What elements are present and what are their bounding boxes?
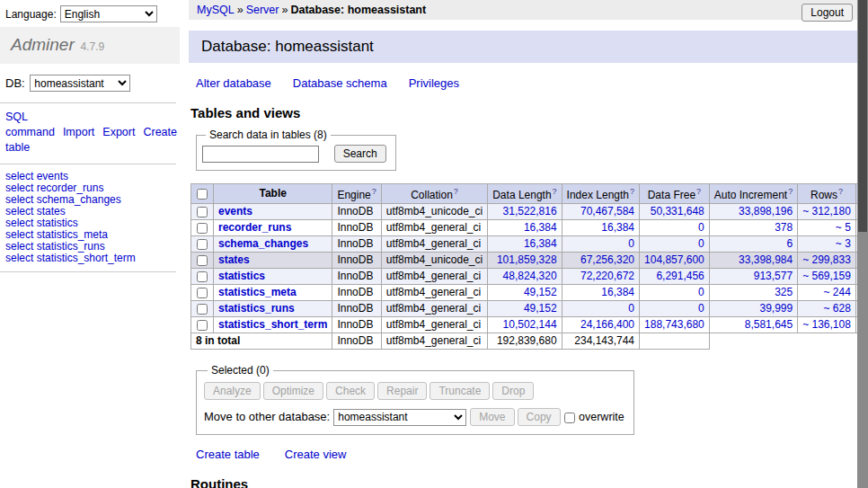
engine-help-link[interactable]: ? [372,187,376,196]
rows-count-link[interactable]: ~ 569,159 [802,270,851,282]
overwrite-checkbox[interactable] [564,413,575,423]
row-checkbox[interactable] [197,271,208,282]
data-free-link[interactable]: 0 [698,286,704,298]
table-name-link[interactable]: events [218,205,252,217]
index-length-link[interactable]: 16,384 [601,221,634,234]
sidebar-select-statistics-meta[interactable]: select statistics_meta [5,228,108,241]
table-name-link[interactable]: states [218,253,250,266]
data-length-link[interactable]: 10,502,144 [503,318,557,331]
rows-count-link[interactable]: ~ 3 [836,237,851,250]
rows-count-link[interactable]: ~ 299,833 [802,253,851,266]
index-length-link[interactable]: 67,256,320 [580,253,634,266]
auto-increment-link[interactable]: 378 [775,221,793,234]
auto-increment-help-link[interactable]: ? [788,187,793,196]
data-free-help-link[interactable]: ? [696,187,701,196]
row-checkbox[interactable] [197,207,208,217]
sidebar-select-statistics[interactable]: select statistics [5,217,78,229]
auto-increment-link[interactable]: 325 [775,286,793,298]
create-view-link[interactable]: Create view [285,448,347,461]
sidebar-select-schema-changes[interactable]: select schema_changes [5,193,121,206]
export-link[interactable]: Export [102,126,135,138]
index-length-link[interactable]: 16,384 [601,286,634,298]
sidebar-select-statistics-short-term[interactable]: select statistics_short_term [5,252,136,264]
breadcrumb-mysql-link[interactable]: MySQL [197,4,235,16]
search-input[interactable] [202,146,319,163]
breadcrumb-server-link[interactable]: Server [246,4,279,16]
privileges-link[interactable]: Privileges [409,76,459,90]
index-length-help-link[interactable]: ? [630,187,634,196]
scrollbar-thumb[interactable] [858,0,867,232]
alter-database-link[interactable]: Alter database [196,76,271,90]
table-name-link[interactable]: schema_changes [218,237,308,250]
data-length-help-link[interactable]: ? [553,187,557,196]
rows-help-link[interactable]: ? [838,187,843,196]
data-free-link[interactable]: 0 [698,237,704,250]
optimize-button[interactable]: Optimize [263,382,323,400]
db-select[interactable]: homeassistant [30,75,130,92]
sidebar-select-events[interactable]: select events [5,170,68,182]
row-checkbox[interactable] [197,255,208,266]
row-checkbox[interactable] [197,288,208,298]
index-length-link[interactable]: 0 [628,237,634,250]
data-free-link[interactable]: 0 [698,221,704,234]
data-length-link[interactable]: 49,152 [524,286,557,298]
table-name-link[interactable]: statistics_meta [218,286,297,298]
data-length-link[interactable]: 48,824,320 [503,270,557,282]
vertical-scrollbar[interactable] [857,0,868,488]
auto-increment-link[interactable]: 8,581,645 [745,318,793,331]
database-schema-link[interactable]: Database schema [293,76,387,90]
data-length-link[interactable]: 31,522,816 [503,205,557,217]
auto-increment-link[interactable]: 33,398,984 [739,253,793,266]
repair-button[interactable]: Repair [377,382,427,400]
index-length-link[interactable]: 0 [628,302,634,315]
rows-count-link[interactable]: ~ 312,180 [802,205,851,217]
data-free-link[interactable]: 104,857,600 [644,253,704,266]
data-free-link[interactable]: 0 [698,302,704,315]
table-name-link[interactable]: statistics_short_term [218,318,327,331]
import-link[interactable]: Import [63,126,94,138]
collation-help-link[interactable]: ? [454,187,458,196]
table-name-link[interactable]: statistics [218,270,265,282]
rows-count-link[interactable]: ~ 5 [836,221,851,234]
auto-increment-link[interactable]: 6 [786,237,793,250]
data-free-link[interactable]: 188,743,680 [644,318,704,331]
index-length-link[interactable]: 70,467,584 [580,205,634,217]
logout-button[interactable]: Logout [802,4,853,22]
data-length-link[interactable]: 16,384 [524,221,557,234]
move-database-select[interactable]: homeassistant [333,409,466,426]
auto-increment-link[interactable]: 39,999 [759,302,793,315]
data-free-link[interactable]: 6,291,456 [656,270,704,282]
row-checkbox[interactable] [197,304,208,315]
rows-count-link[interactable]: ~ 244 [824,286,851,298]
row-checkbox[interactable] [197,320,208,331]
move-button[interactable]: Move [470,408,514,426]
drop-button[interactable]: Drop [492,382,534,400]
truncate-button[interactable]: Truncate [430,382,490,400]
table-name-link[interactable]: recorder_runs [218,221,291,234]
index-length-link[interactable]: 24,166,400 [580,318,634,331]
sql-command-link[interactable]: SQL command [5,111,55,138]
copy-button[interactable]: Copy [518,408,561,426]
row-checkbox[interactable] [197,239,208,250]
rows-count-link[interactable]: ~ 136,108 [802,318,851,331]
index-length-link[interactable]: 72,220,672 [580,270,634,282]
auto-increment-link[interactable]: 33,898,196 [739,205,793,217]
overwrite-option[interactable]: overwrite [563,411,624,423]
select-all-checkbox[interactable] [197,189,208,200]
language-select[interactable]: English [60,5,157,22]
create-table-link[interactable]: Create table [196,448,260,461]
analyze-button[interactable]: Analyze [204,382,261,400]
rows-count-link[interactable]: ~ 628 [824,302,851,315]
data-free-link[interactable]: 50,331,648 [651,205,704,217]
auto-increment-link[interactable]: 913,577 [754,270,793,282]
data-length-link[interactable]: 49,152 [524,302,557,315]
sidebar-select-states[interactable]: select states [5,205,66,217]
sidebar-select-statistics-runs[interactable]: select statistics_runs [5,240,105,253]
sidebar-select-recorder-runs[interactable]: select recorder_runs [5,182,103,194]
data-length-link[interactable]: 101,859,328 [497,253,557,266]
search-button[interactable]: Search [334,145,386,163]
row-checkbox[interactable] [197,223,208,234]
data-length-link[interactable]: 16,384 [524,237,557,250]
table-name-link[interactable]: statistics_runs [218,302,295,315]
check-button[interactable]: Check [326,382,375,400]
